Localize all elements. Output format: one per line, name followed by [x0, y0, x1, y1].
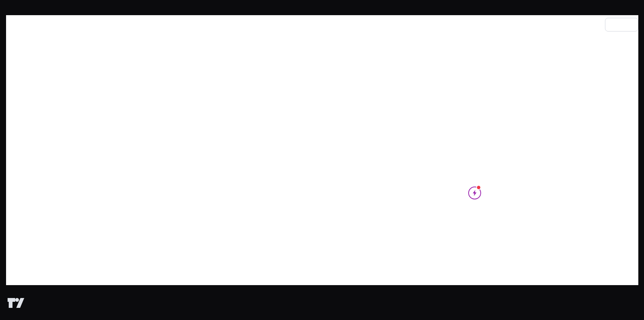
- currency-toggle-button[interactable]: [605, 18, 638, 31]
- tradingview-logo[interactable]: [7, 295, 29, 310]
- chart-background: [6, 15, 638, 285]
- tradingview-chart-frame: [0, 0, 644, 320]
- notification-dot-icon: [476, 185, 481, 190]
- tradingview-logo-icon: [7, 295, 24, 310]
